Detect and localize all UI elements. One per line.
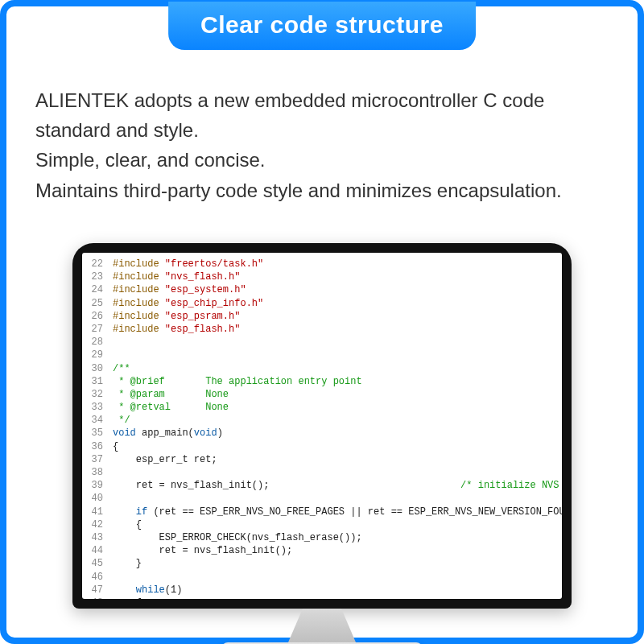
monitor-illustration: 2223242526272829303132333435363738394041… <box>72 243 572 644</box>
code-screen: 2223242526272829303132333435363738394041… <box>82 253 562 599</box>
card-frame: Clear code structure ALIENTEK adopts a n… <box>0 0 644 644</box>
section-description: ALIENTEK adopts a new embedded microcont… <box>35 85 609 205</box>
section-title: Clear code structure <box>168 2 476 50</box>
monitor-stand <box>274 609 370 642</box>
code-line-numbers: 2223242526272829303132333435363738394041… <box>82 258 108 599</box>
code-content: #include "freertos/task.h"#include "nvs_… <box>113 258 559 599</box>
monitor-bezel: 2223242526272829303132333435363738394041… <box>72 243 572 609</box>
